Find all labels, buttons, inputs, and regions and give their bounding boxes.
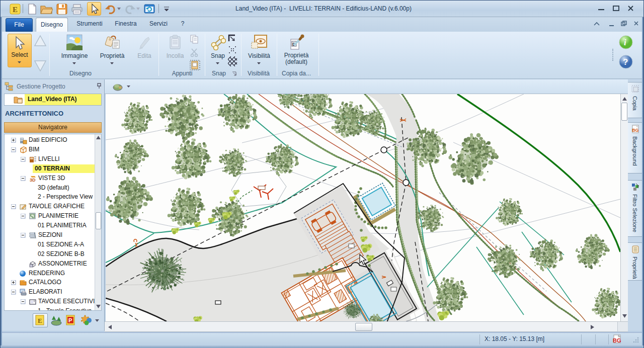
svg-text:E: E bbox=[13, 6, 18, 14]
svg-text:3D: 3D bbox=[30, 178, 36, 183]
svg-text:P: P bbox=[68, 317, 72, 323]
svg-text:E: E bbox=[38, 317, 42, 324]
svg-text:BG: BG bbox=[613, 337, 621, 343]
svg-text:?: ? bbox=[623, 57, 628, 67]
svg-text:i: i bbox=[624, 38, 626, 47]
svg-text:BG: BG bbox=[632, 128, 639, 133]
